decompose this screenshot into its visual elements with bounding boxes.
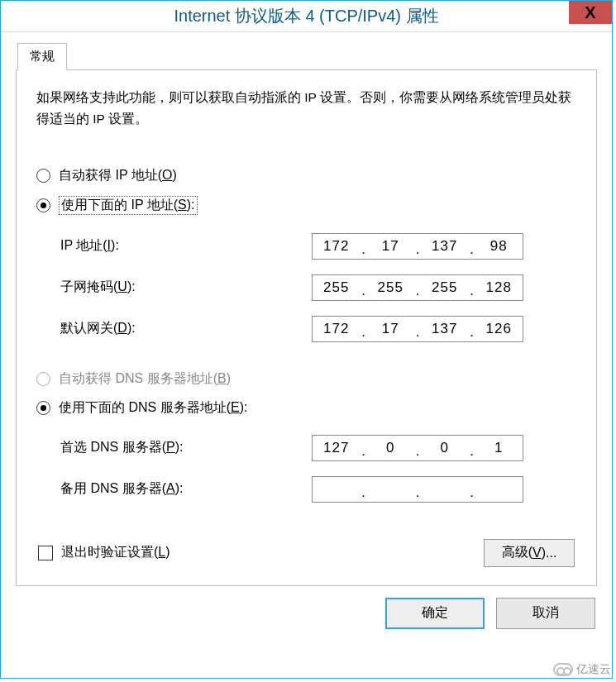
tab-row: 常规: [16, 42, 597, 70]
watermark-icon: [553, 663, 573, 676]
radio-icon: [36, 198, 50, 212]
alternate-dns-input[interactable]: . . .: [312, 476, 523, 503]
radio-dns-auto-label: 自动获得 DNS 服务器地址(B): [59, 370, 231, 388]
field-ip-address: IP 地址(I): 172. 17. 137. 98: [55, 233, 576, 260]
titlebar: Internet 协议版本 4 (TCP/IPv4) 属性 X: [1, 1, 612, 32]
ok-button[interactable]: 确定: [385, 598, 485, 629]
cancel-button[interactable]: 取消: [496, 598, 595, 629]
dns-fields: 首选 DNS 服务器(P): 127. 0. 0. 1 备用 DNS 服务器(A…: [45, 428, 576, 514]
preferred-dns-input[interactable]: 127. 0. 0. 1: [312, 435, 523, 461]
bottom-row: 退出时验证设置(L) 高级(V)...: [36, 539, 576, 567]
ip-address-label: IP 地址(I):: [55, 237, 312, 255]
radio-ip-manual-label: 使用下面的 IP 地址(S):: [59, 196, 198, 215]
advanced-button[interactable]: 高级(V)...: [484, 539, 575, 567]
window-title: Internet 协议版本 4 (TCP/IPv4) 属性: [1, 5, 612, 27]
preferred-dns-label: 首选 DNS 服务器(P):: [55, 439, 312, 456]
radio-icon: [36, 372, 50, 386]
close-icon: X: [585, 3, 595, 22]
watermark-text: 亿速云: [576, 662, 611, 677]
dialog-buttons: 确定 取消: [16, 598, 597, 629]
validate-checkbox-row[interactable]: 退出时验证设置(L): [38, 544, 170, 561]
alternate-dns-label: 备用 DNS 服务器(A):: [55, 480, 312, 498]
tab-body: 如果网络支持此功能，则可以获取自动指派的 IP 设置。否则，你需要从网络系统管理…: [16, 70, 597, 586]
ok-button-label: 确定: [422, 604, 448, 622]
ip-address-input[interactable]: 172. 17. 137. 98: [312, 233, 523, 260]
tab-general[interactable]: 常规: [17, 43, 67, 70]
subnet-mask-input[interactable]: 255. 255. 255. 128: [312, 274, 523, 301]
watermark: 亿速云: [553, 662, 611, 677]
description-text: 如果网络支持此功能，则可以获取自动指派的 IP 设置。否则，你需要从网络系统管理…: [36, 87, 576, 131]
radio-dns-manual-label: 使用下面的 DNS 服务器地址(E):: [59, 399, 247, 417]
checkbox-icon: [38, 546, 53, 560]
tab-general-label: 常规: [30, 49, 55, 63]
content-area: 常规 如果网络支持此功能，则可以获取自动指派的 IP 设置。否则，你需要从网络系…: [1, 32, 612, 644]
radio-ip-manual[interactable]: 使用下面的 IP 地址(S):: [36, 196, 576, 215]
field-alternate-dns: 备用 DNS 服务器(A): . . .: [55, 476, 576, 503]
field-subnet-mask: 子网掩码(U): 255. 255. 255. 128: [55, 274, 576, 301]
dialog-window: Internet 协议版本 4 (TCP/IPv4) 属性 X 常规 如果网络支…: [0, 0, 613, 679]
validate-label: 退出时验证设置(L): [61, 544, 170, 561]
radio-icon: [36, 401, 50, 415]
radio-ip-auto-label: 自动获得 IP 地址(O): [59, 167, 177, 184]
subnet-mask-label: 子网掩码(U):: [55, 279, 312, 296]
ip-fields: IP 地址(I): 172. 17. 137. 98 子网掩码(U): 255.…: [45, 227, 576, 355]
default-gateway-label: 默认网关(D):: [55, 320, 312, 337]
cancel-button-label: 取消: [532, 604, 559, 622]
field-preferred-dns: 首选 DNS 服务器(P): 127. 0. 0. 1: [55, 435, 576, 461]
radio-dns-auto: 自动获得 DNS 服务器地址(B): [36, 370, 576, 388]
field-default-gateway: 默认网关(D): 172. 17. 137. 126: [55, 316, 576, 342]
radio-icon: [36, 169, 50, 183]
radio-ip-auto[interactable]: 自动获得 IP 地址(O): [36, 167, 576, 184]
radio-dns-manual[interactable]: 使用下面的 DNS 服务器地址(E):: [36, 399, 576, 417]
default-gateway-input[interactable]: 172. 17. 137. 126: [312, 316, 523, 342]
close-button[interactable]: X: [569, 1, 612, 24]
